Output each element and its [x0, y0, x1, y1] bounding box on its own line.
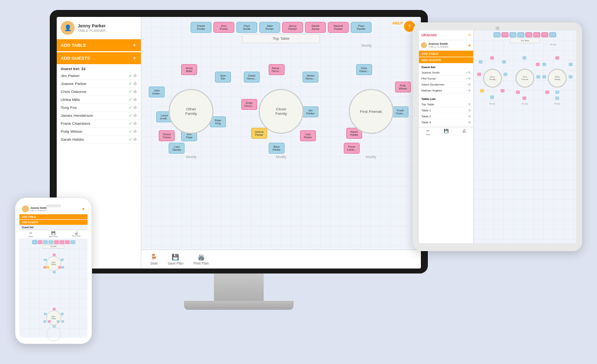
table-modify[interactable]: Modify: [186, 155, 197, 159]
phone-table-circle: OtherFamily: [46, 310, 61, 325]
gear-icon[interactable]: ⚙: [133, 137, 137, 142]
mini-seat: [501, 32, 508, 37]
tablet-seat: [555, 56, 559, 60]
seat-card[interactable]: JakePorter: [259, 22, 280, 33]
save-plan-button[interactable]: 💾 Save Plan: [163, 252, 189, 267]
seat[interactable]: FrankCham...: [393, 106, 408, 117]
seat[interactable]: FionaLamb...: [344, 143, 360, 154]
tablet-seat: [503, 73, 507, 76]
seat-card[interactable]: PaulParker: [351, 22, 372, 33]
seat-card[interactable]: DavidPorter: [191, 22, 211, 33]
mini-seat: [70, 240, 75, 244]
phone-seat: [61, 259, 64, 261]
phone-seat: [57, 320, 60, 323]
seat[interactable]: KirstyMiller: [181, 64, 197, 75]
seat-card[interactable]: PaulSmith: [236, 22, 257, 33]
phone-print-button[interactable]: 🖨 Print Plan: [66, 231, 87, 238]
seat[interactable]: SamKlin: [215, 72, 231, 83]
tablet-seat-button[interactable]: ✂ Seat: [420, 129, 436, 136]
mini-seat: [43, 240, 48, 244]
gear-icon[interactable]: ⚙: [133, 105, 137, 110]
tablet-seat: [555, 96, 559, 100]
table-modify[interactable]: Modify: [366, 155, 376, 159]
seat[interactable]: JohnAnder...: [149, 87, 165, 97]
seat-card[interactable]: SarahJones: [305, 22, 326, 33]
tablet-seat: [522, 56, 526, 60]
seat[interactable]: DavidHornc...: [244, 72, 260, 83]
guest-item: Jim Parker ✓ ⚙: [57, 72, 141, 80]
top-table-label: Top Table: [242, 34, 320, 43]
phone-save-button[interactable]: 💾 Save Plan: [43, 231, 64, 238]
phone-add-table-button[interactable]: ADD TABLE: [19, 214, 88, 219]
seat[interactable]: EmilyHornc...: [241, 99, 257, 110]
tablet-star-icon: ★: [468, 43, 471, 48]
planning-canvas: HELP ? DavidPorter KimPorter PaulSmith J…: [141, 17, 421, 269]
seat-card[interactable]: KimPorter: [213, 22, 234, 33]
tablet-modify-label: Modify: [550, 43, 556, 46]
mini-seat: [525, 32, 532, 37]
tablet-table-item: Table 2 ⚙: [421, 113, 471, 119]
add-guests-button[interactable]: ADD GUESTS ＋: [57, 52, 141, 64]
tablet-modify: Modify: [490, 102, 496, 105]
tablet-add-table-button[interactable]: ADD TABLE: [419, 51, 473, 57]
seat[interactable]: LisaParker: [300, 130, 316, 141]
tablet-sidebar: UKbride ≡ Joanne Smith TABLE PLANNER ★ A…: [419, 30, 474, 243]
mini-seat: [517, 32, 524, 37]
guest-item: Chris Osborne ✓ ⚙: [57, 88, 141, 96]
gear-icon[interactable]: ⚙: [133, 113, 137, 118]
tablet-subtitle: TABLE PLANNER: [428, 45, 448, 48]
add-table-button[interactable]: ADD TABLE ＋: [57, 39, 141, 51]
phone-seats-row: [32, 240, 75, 244]
save-icon: 💾: [444, 129, 449, 133]
table-circle[interactable]: OtherFamily: [169, 89, 213, 134]
gear-icon[interactable]: ⚙: [133, 129, 137, 134]
seat-tool-button[interactable]: 🪑 Seat: [145, 252, 163, 267]
seat[interactable]: ChrisOsbor...: [356, 64, 372, 75]
tablet-table-item: Table 3 ⚙: [421, 119, 471, 125]
phone-home-button[interactable]: [46, 326, 61, 341]
seat[interactable]: Sama...Hornc...: [269, 64, 285, 75]
tablet-modify: Modify: [554, 102, 560, 105]
top-table-seats: DavidPorter KimPorter PaulSmith JakePort…: [191, 22, 372, 33]
seat[interactable]: JoanneParker: [251, 128, 267, 139]
print-plan-button[interactable]: 🖨️ Print Plan: [189, 252, 213, 267]
seat[interactable]: LiamStanley: [169, 143, 185, 154]
table-circle[interactable]: CloseFamily: [259, 89, 303, 134]
tablet-guest-item: Adam Sanderson ✓ ⚙: [421, 82, 471, 88]
seat-icon: 🪑: [150, 254, 158, 261]
gear-icon[interactable]: ⚙: [133, 97, 137, 102]
tablet-table-circle: FirstFriends: [515, 69, 534, 88]
gear-icon[interactable]: ⚙: [133, 90, 137, 94]
desktop-monitor: 👤 Jenny Parker TABLE PLANNER ADD TABLE ＋…: [50, 10, 428, 318]
tablet-add-guests-button[interactable]: ADD GUESTS: [419, 57, 473, 63]
gear-icon[interactable]: ⚙: [133, 82, 137, 86]
tablet-table-circle: CloseFamily: [483, 69, 502, 88]
table-modify[interactable]: Modify: [276, 155, 287, 159]
gear-icon[interactable]: ⚙: [133, 74, 137, 78]
top-table-modify[interactable]: Modify: [361, 44, 372, 47]
tablet-save-button[interactable]: 💾: [438, 129, 454, 136]
seat[interactable]: BarryParker: [269, 143, 285, 154]
seat[interactable]: PollyWilson: [395, 82, 411, 92]
phone-seat-button[interactable]: ✂ Seat: [20, 231, 41, 238]
tablet-seat: [479, 60, 483, 64]
mini-seat: [65, 240, 70, 244]
table-circle[interactable]: First Friends: [349, 89, 394, 134]
tablet-screen: UKbride ≡ Joanne Smith TABLE PLANNER ★ A…: [419, 30, 576, 243]
tablet-seat: [545, 91, 549, 94]
gear-icon[interactable]: ⚙: [133, 121, 137, 126]
seat[interactable]: CherylTurner: [159, 130, 175, 141]
phone-top-table: Top Table: [32, 240, 75, 249]
tablet-print-button[interactable]: 🖨: [456, 129, 472, 136]
phone-add-guests-button[interactable]: ADD GUESTS: [19, 220, 88, 225]
tablet-user: Joanne Smith TABLE PLANNER ★: [419, 40, 473, 51]
tablet-outer: UKbride ≡ Joanne Smith TABLE PLANNER ★ A…: [413, 22, 582, 251]
tablet-top-table-label: Top Table: [510, 38, 539, 43]
seat-card[interactable]: JennyParker: [282, 22, 303, 33]
tablet-guest-item: Nathan Hughes ✓ ⚙: [421, 88, 471, 93]
phone-notch: [46, 204, 61, 207]
tablet-seat: [569, 75, 573, 79]
seat[interactable]: JimParker: [302, 106, 318, 117]
seat[interactable]: JamesHornc...: [302, 72, 318, 83]
seat-card[interactable]: RachelParker: [328, 22, 349, 33]
